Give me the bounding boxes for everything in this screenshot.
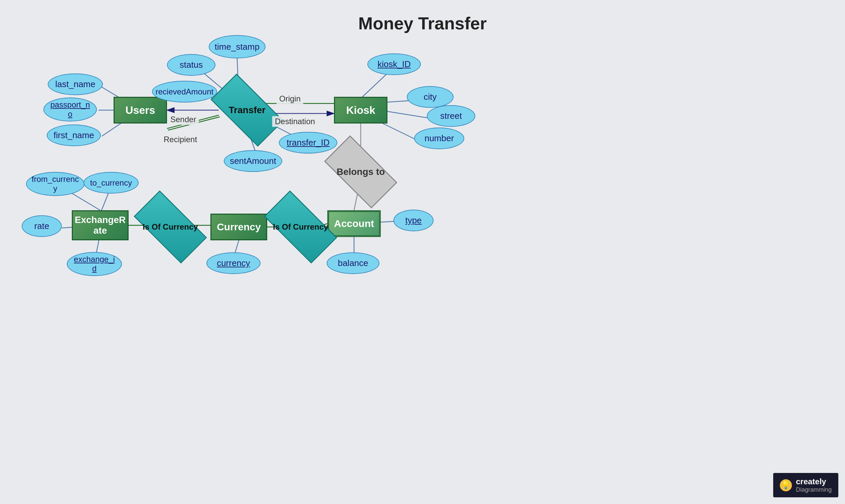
entity-exchangerate[interactable]: ExchangeR ate bbox=[72, 210, 128, 240]
rel-label-origin: Origin bbox=[277, 93, 303, 104]
entity-users[interactable]: Users bbox=[113, 97, 167, 124]
rel-label-recipient: Recipient bbox=[161, 134, 200, 145]
rel-label-destination: Destination bbox=[272, 116, 318, 127]
attr-passport-no: passport_n o bbox=[43, 97, 97, 122]
relationship-isofcurrency1[interactable]: Is Of Currency bbox=[134, 207, 207, 247]
watermark-text: creately Diagramming bbox=[796, 477, 832, 493]
entity-kiosk[interactable]: Kiosk bbox=[334, 97, 387, 124]
attr-status: status bbox=[167, 54, 215, 76]
attr-number: number bbox=[414, 127, 464, 149]
attr-kiosk-id: kiosk_ID bbox=[367, 53, 421, 75]
attr-sent-amount: sentAmount bbox=[224, 150, 282, 172]
attr-from-currency: from_currenc y bbox=[26, 172, 85, 196]
attr-balance: balance bbox=[327, 252, 380, 274]
rel-label-sender: Sender bbox=[168, 114, 199, 125]
attr-currency: currency bbox=[206, 252, 261, 274]
attr-type: type bbox=[393, 210, 434, 231]
watermark-icon: 💡 bbox=[780, 479, 792, 491]
relationship-belongsto[interactable]: Belongs to bbox=[324, 152, 398, 192]
attr-city: city bbox=[407, 86, 454, 108]
relationship-isofcurrency2[interactable]: Is Of Currency bbox=[264, 207, 337, 247]
attr-last-name: last_name bbox=[48, 73, 103, 95]
page-title: Money Transfer bbox=[358, 13, 487, 33]
entity-currency[interactable]: Currency bbox=[210, 214, 267, 240]
attr-transfer-id: transfer_ID bbox=[279, 132, 337, 154]
svg-line-27 bbox=[235, 240, 239, 254]
attr-time-stamp: time_stamp bbox=[209, 35, 265, 58]
attr-exchange-id: exchange_i d bbox=[67, 252, 122, 276]
attr-street: street bbox=[427, 105, 475, 127]
attr-to-currency: to_currency bbox=[84, 172, 139, 194]
attr-rate: rate bbox=[22, 215, 62, 237]
diagram-lines bbox=[0, 0, 845, 504]
watermark: 💡 creately Diagramming bbox=[773, 473, 838, 497]
attr-first-name: first_name bbox=[47, 125, 101, 146]
canvas: Money Transfer bbox=[0, 0, 845, 504]
attr-recieved-amount: recievedAmount bbox=[152, 81, 217, 103]
